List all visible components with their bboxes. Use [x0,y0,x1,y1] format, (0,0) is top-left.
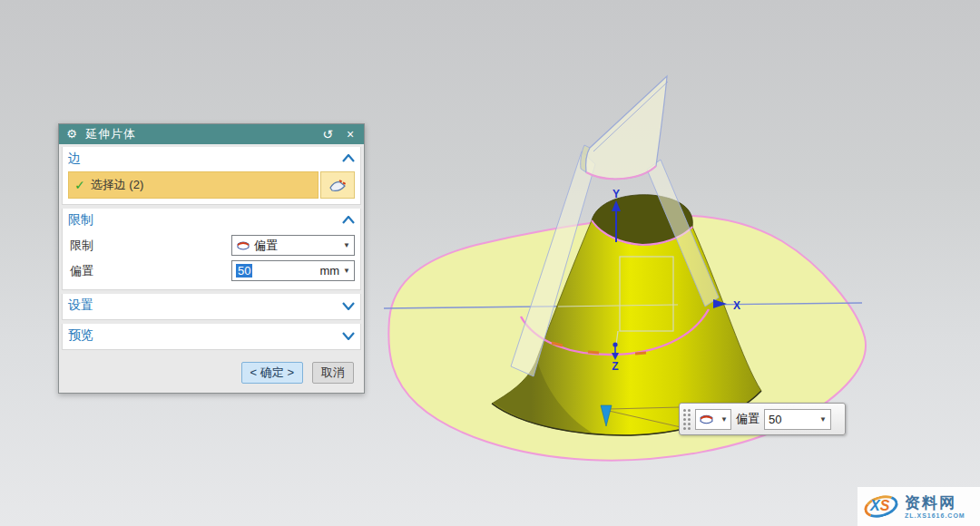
dialog-title: 延伸片体 [85,126,313,142]
x-axis-label: X [733,299,740,312]
watermark-logo: XS [863,493,901,521]
offset-mode-icon [236,239,250,251]
offset-unit-label: mm [319,264,339,278]
section-preview-header[interactable]: 预览 [68,326,355,346]
y-axis-label: Y [612,188,620,200]
chevron-up-icon[interactable] [342,216,355,225]
chevron-down-icon[interactable] [342,301,355,310]
close-icon[interactable]: × [342,124,358,144]
section-preview: 预览 [62,324,361,350]
application-window: Y Z X ⚙ 延伸片体 ↺ × [0,0,980,526]
limit-type-value: 偏置 [254,238,278,254]
cancel-button[interactable]: 取消 [312,362,354,384]
section-limit-title: 限制 [68,212,342,229]
drag-handle[interactable] [683,409,691,430]
toolbar-offset-value: 50 [769,413,781,426]
offset-value-field[interactable]: 50 mm ▼ [231,260,355,281]
offset-value-row: 偏置 50 mm ▼ [68,260,355,281]
chevron-up-icon[interactable] [342,154,355,163]
watermark-url: ZL.XS1616.COM [905,512,965,519]
extend-sheet-dialog: ⚙ 延伸片体 ↺ × 边 ✓ 选择边 (2) [58,123,365,394]
edge-selection-row: ✓ 选择边 (2) [68,171,355,199]
section-limit-header[interactable]: 限制 [68,210,355,230]
reset-icon[interactable]: ↺ [319,124,336,144]
chevron-down-icon[interactable]: ▼ [819,415,827,424]
watermark-logo-x: X [870,498,880,513]
section-edge: 边 ✓ 选择边 (2) [62,147,361,205]
offset-value-label: 偏置 [68,263,231,279]
section-edge-title: 边 [68,151,342,167]
limit-type-row: 限制 偏置 ▼ [68,235,355,256]
chevron-down-icon[interactable]: ▼ [343,267,350,275]
edge-selection-label: 选择边 (2) [91,177,144,193]
onscreen-offset-toolbar: ▼ 偏置 50 ▼ [679,403,846,435]
limit-type-label: 限制 [68,238,231,254]
watermark: XS 资料网 ZL.XS1616.COM [858,487,980,526]
toolbar-offset-label: 偏置 [736,411,760,427]
ok-button[interactable]: < 确定 > [241,362,303,384]
watermark-logo-s: S [880,498,890,513]
watermark-site-name: 资料网 [905,495,965,511]
chevron-down-icon: ▼ [720,415,728,424]
section-settings-header[interactable]: 设置 [68,296,355,316]
chevron-down-icon[interactable] [342,331,355,340]
gear-icon: ⚙ [64,124,79,144]
toolbar-mode-dropdown[interactable]: ▼ [695,409,731,430]
check-icon: ✓ [74,178,85,192]
edge-selection-field[interactable]: ✓ 选择边 (2) [68,171,318,199]
z-axis-label: Z [612,360,618,373]
dialog-body: 边 ✓ 选择边 (2) [59,144,364,393]
chevron-down-icon: ▼ [343,241,350,249]
extend-sheet-tool-button[interactable] [320,171,355,199]
dialog-button-row: < 确定 > 取消 [62,354,361,393]
section-limit: 限制 限制 偏置 ▼ [62,209,361,290]
extension-sheet-preview[interactable] [586,76,667,179]
toolbar-offset-input[interactable]: 50 ▼ [764,409,831,430]
offset-value-text: 50 [236,264,252,278]
section-edge-header[interactable]: 边 [68,149,355,169]
section-settings: 设置 [62,294,361,320]
limit-type-dropdown[interactable]: 偏置 ▼ [231,235,355,256]
section-settings-title: 设置 [68,297,342,314]
dialog-titlebar[interactable]: ⚙ 延伸片体 ↺ × [59,124,364,144]
extend-sheet-icon [328,177,348,193]
offset-mode-icon [699,413,714,425]
section-preview-title: 预览 [68,327,342,344]
